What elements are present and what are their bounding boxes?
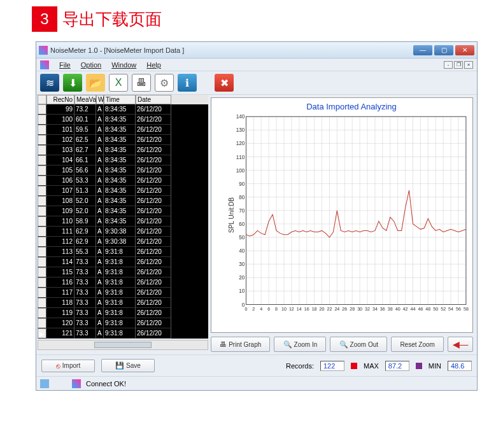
svg-text:60: 60 [239,221,245,227]
excel-export-icon[interactable]: X [109,74,128,92]
table-row[interactable]: 11673.3A9:31:826/12/20 [38,277,208,288]
save-icon: 💾 [115,361,124,370]
print-icon[interactable]: 🖶 [132,74,151,92]
svg-text:2: 2 [252,306,255,312]
maximize-button[interactable]: ▢ [434,45,453,55]
col-recno[interactable]: RecNo [46,95,74,104]
svg-text:120: 120 [236,141,245,146]
chart-ylabel: SPL Unit:DB [228,197,235,233]
table-row[interactable]: 11162.9A9:30:3826/12/20 [38,227,208,237]
window-title: NoiseMeter 1.0 - [NoiseMeter Import Data… [50,46,184,54]
table-row[interactable]: 10159.5A8:34:3526/12/20 [38,125,208,135]
table-row[interactable]: 11573.3A9:31:826/12/20 [38,267,208,277]
table-row[interactable]: 10466.1A8:34:3526/12/20 [38,155,208,165]
table-row[interactable]: 10751.3A8:34:3526/12/20 [38,186,208,196]
svg-text:12: 12 [289,306,294,312]
max-value: 87.2 [385,361,409,371]
col-date[interactable]: Date [136,95,171,104]
reset-zoom-button[interactable]: Reset Zoom [391,337,444,352]
mdi-close-button[interactable]: × [464,61,473,69]
grid-header[interactable]: RecNo MeaVal W Time Date [38,95,208,104]
print-graph-button[interactable]: 🖶Print Graph [211,337,270,352]
status-text: Connect OK! [86,380,126,388]
svg-text:90: 90 [239,181,245,187]
table-row[interactable]: 12073.3A9:31:826/12/20 [38,318,208,328]
settings-icon[interactable]: ⚙ [155,74,174,92]
table-row[interactable]: 11773.3A9:31:826/12/20 [38,288,208,298]
horizontal-scrollbar[interactable] [38,340,208,350]
svg-text:58: 58 [464,306,469,312]
svg-text:50: 50 [433,306,438,312]
menu-option[interactable]: Option [81,61,101,69]
table-row[interactable]: 10952.0A8:34:3526/12/20 [38,206,208,216]
max-label: MAX [364,362,379,370]
close-button[interactable]: ✕ [455,45,474,55]
table-row[interactable]: 11873.3A9:31:826/12/20 [38,298,208,308]
menu-window[interactable]: Window [111,61,136,69]
info-icon[interactable]: ℹ [178,74,197,92]
open-folder-icon[interactable]: 📂 [86,74,105,92]
zoom-in-button[interactable]: 🔍Zoom In [274,337,326,352]
mdi-restore-button[interactable]: ❐ [454,61,463,69]
svg-text:38: 38 [388,306,393,312]
table-row[interactable]: 10852.0A8:34:3526/12/20 [38,196,208,206]
mdi-minimize-button[interactable]: - [444,61,453,69]
svg-text:40: 40 [395,306,400,312]
statusbar: Connect OK! [36,376,477,390]
svg-text:30: 30 [239,262,245,267]
col-time[interactable]: Time [104,95,136,104]
import-icon: ⎋ [56,362,60,370]
zoom-out-button[interactable]: 🔍Zoom Out [330,337,387,352]
svg-text:50: 50 [239,235,245,241]
svg-text:28: 28 [350,306,355,312]
bottom-bar: ⎋Import 💾Save Records: 122 MAX 87.2 MIN … [36,354,477,376]
back-button[interactable]: ◀— [448,337,473,352]
import-button[interactable]: ⎋Import [41,360,95,372]
table-row[interactable]: 11473.3A9:31:826/12/20 [38,257,208,267]
svg-text:110: 110 [236,155,245,160]
svg-text:4: 4 [260,306,262,312]
svg-text:18: 18 [312,306,317,312]
table-row[interactable]: 9973.2A8:34:3526/12/20 [38,104,208,115]
table-row[interactable]: 11973.3A9:31:826/12/20 [38,308,208,318]
svg-text:44: 44 [411,306,416,312]
print-icon: 🖶 [220,340,227,348]
waveform-icon[interactable]: ≋ [40,74,59,92]
svg-text:30: 30 [357,306,362,312]
min-swatch [416,363,422,369]
titlebar[interactable]: NoiseMeter 1.0 - [NoiseMeter Import Data… [36,42,477,59]
zoom-out-icon: 🔍 [339,340,348,349]
svg-text:42: 42 [403,306,408,312]
svg-text:48: 48 [425,306,430,312]
save-button[interactable]: 💾Save [101,359,155,372]
minimize-button[interactable]: — [413,45,432,55]
menu-file[interactable]: File [59,61,71,69]
records-label: Records: [286,362,314,370]
table-row[interactable]: 11355.3A9:31:826/12/20 [38,247,208,257]
max-swatch [351,363,357,369]
menu-help[interactable]: Help [146,61,161,69]
svg-text:40: 40 [239,248,245,254]
table-row[interactable]: 11058.9A8:34:3526/12/20 [38,216,208,227]
svg-text:70: 70 [239,208,245,214]
svg-text:0: 0 [244,306,247,312]
table-row[interactable]: 10060.1A8:34:3526/12/20 [38,115,208,125]
svg-text:8: 8 [275,306,278,312]
svg-text:46: 46 [418,306,423,312]
data-grid[interactable]: RecNo MeaVal W Time Date 9973.2A8:34:352… [36,95,209,354]
table-row[interactable]: 10262.5A8:34:3526/12/20 [38,135,208,145]
svg-text:24: 24 [334,306,339,312]
download-icon[interactable]: ⬇ [63,74,82,92]
table-row[interactable]: 10556.6A8:34:3526/12/20 [38,165,208,176]
svg-text:36: 36 [380,306,385,312]
table-row[interactable]: 11262.9A9:30:3826/12/20 [38,237,208,247]
chart-title: Data Imported Analyzing [234,102,469,111]
close-record-icon[interactable] [215,74,234,92]
table-row[interactable]: ▶12173.3A9:31:826/12/20 [38,328,208,339]
col-meaval[interactable]: MeaVal [74,95,96,104]
col-w[interactable]: W [96,95,104,104]
table-row[interactable]: 10653.3A8:34:3526/12/20 [38,176,208,186]
svg-text:10: 10 [239,288,245,294]
table-row[interactable]: 10362.7A8:34:3526/12/20 [38,145,208,155]
svg-text:20: 20 [239,275,245,281]
